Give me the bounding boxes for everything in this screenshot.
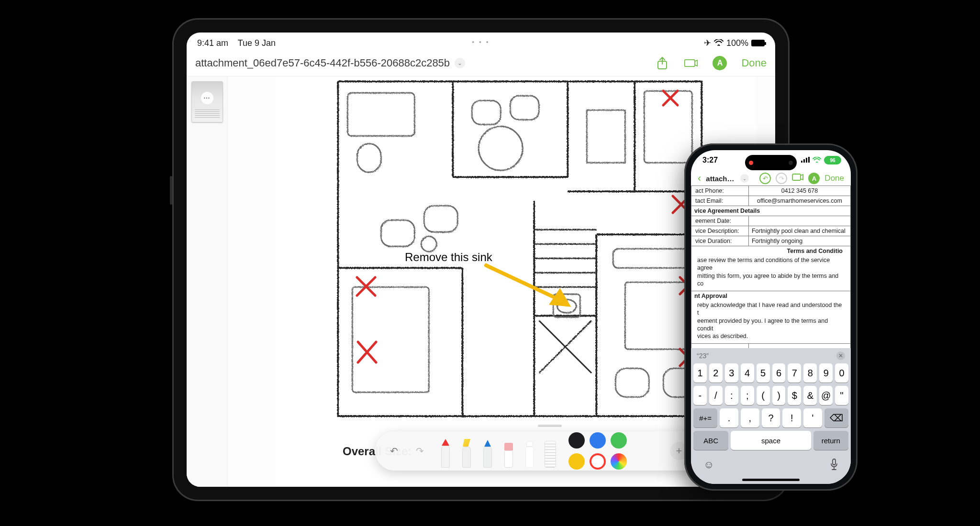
key-0[interactable]: 0 [835,363,848,383]
done-button[interactable]: Done [741,57,767,69]
table-row: tact Email:office@smarthomeservices.com [691,196,851,206]
document-title: attachment_06ed7e57-6c45-442f-b556-20688… [195,57,450,69]
svg-rect-23 [472,100,501,124]
service-desc-value[interactable]: Fortnightly pool clean and chemical [748,226,850,236]
key-lparen[interactable]: ( [757,386,770,405]
table-row: act Phone:0412 345 678 [691,186,851,196]
keyboard-suggestion[interactable]: “23” [697,352,709,360]
key-5[interactable]: 5 [757,363,770,383]
back-button[interactable]: ‹ [698,172,701,185]
tool-pen[interactable] [439,439,452,468]
key-backspace[interactable]: ⌫ [824,408,848,427]
form-table: act Phone:0412 345 678 tact Email:office… [691,186,851,367]
key-at[interactable]: @ [819,386,833,405]
annotation-label: Remove this sink [405,251,492,264]
svg-rect-56 [792,174,801,180]
undo-button[interactable]: ↶ [759,173,771,184]
keyboard-row-4: ABC space return [693,431,848,450]
key-abc[interactable]: ABC [693,431,728,450]
app-badge-icon[interactable]: A [808,173,820,184]
swatch-blue[interactable] [590,432,606,449]
form-document[interactable]: act Phone:0412 345 678 tact Email:office… [691,186,851,367]
markup-icon[interactable] [792,173,803,184]
dynamic-island[interactable] [745,155,797,170]
swatch-color-picker[interactable] [611,453,627,470]
key-8[interactable]: 8 [803,363,817,383]
table-row: nt Approvalreby acknowledge that I have … [691,291,851,344]
redo-button[interactable]: ↷ [776,173,787,184]
emoji-icon[interactable]: ☺ [703,459,714,473]
toolbar-actions: A Done [655,56,767,70]
key-period[interactable]: . [720,408,738,427]
dismiss-suggestion-icon[interactable]: ✕ [836,351,845,360]
keyboard-suggestion-bar[interactable]: “23” ✕ [691,350,851,362]
ipad-side-button [170,176,172,205]
key-rparen[interactable]: ) [772,386,786,405]
svg-rect-52 [801,161,802,163]
key-4[interactable]: 4 [741,363,754,383]
chevron-down-icon[interactable]: ⌄ [455,58,465,68]
approval-para: reby acknowledge that I have read and un… [694,299,847,342]
redo-button[interactable]: ↷ [412,443,428,459]
approval-heading: nt Approval [694,293,727,299]
svg-rect-24 [510,96,539,120]
key-2[interactable]: 2 [709,363,723,383]
page-thumbnails[interactable]: ••• [187,77,228,487]
key-dollar[interactable]: $ [788,386,801,405]
swatch-green[interactable] [611,432,627,449]
document-title-area[interactable]: attachment_06ed7e57-6c45-442f-b556-20688… [195,57,465,69]
agreement-date-value[interactable] [748,216,850,226]
key-apostrophe[interactable]: ' [803,408,822,427]
key-space[interactable]: space [731,431,811,450]
multitask-dots-icon[interactable]: • • • [187,38,775,46]
key-return[interactable]: return [813,431,848,450]
iphone-doc-title[interactable]: attach… [706,175,734,183]
iphone-time: 3:27 [702,156,718,164]
table-row: vice Description:Fortnightly pool clean … [691,226,851,236]
key-exclaim[interactable]: ! [782,408,801,427]
key-comma[interactable]: , [741,408,759,427]
key-colon[interactable]: : [725,386,738,405]
key-3[interactable]: 3 [725,363,738,383]
tool-strip-grabber[interactable] [538,425,562,427]
key-1[interactable]: 1 [693,363,707,383]
key-9[interactable]: 9 [819,363,833,383]
service-dur-value[interactable]: Fortnightly ongoing [748,236,850,246]
swatch-red-selected[interactable] [590,453,606,470]
home-indicator[interactable] [742,479,800,481]
key-7[interactable]: 7 [788,363,801,383]
contact-phone-value[interactable]: 0412 345 678 [748,186,850,196]
key-semicolon[interactable]: ; [741,386,754,405]
tool-ruler[interactable] [545,441,556,468]
key-quote[interactable]: " [835,386,848,405]
key-dash[interactable]: - [693,386,707,405]
key-question[interactable]: ? [762,408,780,427]
tool-eraser[interactable] [502,443,515,468]
contact-phone-label: act Phone: [691,186,749,196]
contact-email-value[interactable]: office@smarthomeservices.com [748,196,850,206]
share-icon[interactable] [655,56,669,70]
key-slash[interactable]: / [709,386,723,405]
wifi-icon [813,156,821,164]
ios-keyboard[interactable]: “23” ✕ 1 2 3 4 5 6 7 8 9 0 - / [691,348,851,484]
key-6[interactable]: 6 [772,363,786,383]
done-button[interactable]: Done [824,174,844,183]
mic-icon[interactable] [830,459,838,473]
key-amp[interactable]: & [803,386,817,405]
markup-tool-strip[interactable]: ↶ ↷ [375,431,724,471]
tool-marker[interactable] [460,439,473,468]
page-thumb-1[interactable]: ••• [191,81,223,122]
markup-icon[interactable] [684,56,698,70]
app-badge-icon[interactable]: A [713,56,727,70]
undo-button[interactable]: ↶ [386,443,402,459]
iphone-screen: 3:27 96 ‹ attach… ⌄ ↶ ↷ A Done [691,150,851,484]
svg-rect-22 [357,143,381,172]
chevron-down-icon[interactable]: ⌄ [740,174,749,183]
thumb-menu-icon[interactable]: ••• [201,92,213,104]
swatch-black[interactable] [568,432,585,449]
tool-crayon[interactable] [523,441,536,468]
tool-pencil[interactable] [481,440,494,468]
key-symbols-shift[interactable]: #+= [693,408,717,427]
terms-para: ase review the terms and conditions of t… [694,254,847,289]
swatch-yellow[interactable] [568,453,585,470]
